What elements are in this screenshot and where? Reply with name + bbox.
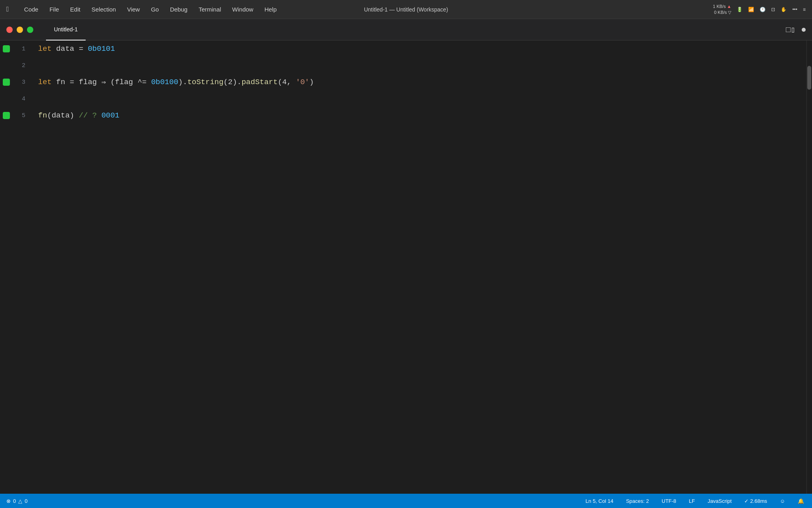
line-number-5: 5 bbox=[13, 112, 32, 119]
line-number-4: 4 bbox=[13, 96, 32, 102]
token-arg-open: (4, bbox=[278, 78, 296, 87]
battery-icon: 🔋 bbox=[737, 7, 743, 12]
token-let-1: let bbox=[38, 44, 52, 53]
statusbar: ⊗ 0 △ 0 Ln 5, Col 14 Spaces: 2 UTF-8 LF … bbox=[0, 494, 812, 508]
token-data-arg: data bbox=[52, 111, 70, 120]
window-title: Untitled-1 — Untitled (Workspace) bbox=[364, 6, 448, 13]
breakpoint-3[interactable] bbox=[0, 79, 13, 86]
warning-icon: △ bbox=[18, 498, 22, 504]
code-line-4 bbox=[38, 90, 800, 107]
token-zero-str: '0' bbox=[296, 78, 309, 87]
editor[interactable]: 1 2 3 4 5 let data bbox=[0, 40, 812, 494]
gutter-row-3: 3 bbox=[0, 74, 32, 90]
status-bell-icon[interactable]: 🔔 bbox=[796, 498, 806, 504]
gutter-row-2: 2 bbox=[0, 57, 32, 74]
menu-help[interactable]: Help bbox=[259, 0, 282, 19]
token-fn-close: ) bbox=[70, 111, 74, 120]
status-spaces[interactable]: Spaces: 2 bbox=[624, 498, 651, 504]
tabbar: Untitled-1 □▯ bbox=[0, 19, 812, 40]
scrollbar-track[interactable] bbox=[806, 40, 812, 494]
breakpoint-1[interactable] bbox=[0, 45, 13, 52]
breakpoint-dot-5 bbox=[3, 112, 10, 119]
token-flag-2: flag bbox=[115, 78, 138, 87]
code-line-3: let fn = flag ⇒ ( flag ^= 0b0100 ). toSt… bbox=[38, 74, 800, 90]
menu-window[interactable]: Window bbox=[227, 0, 259, 19]
breakpoint-dot-1 bbox=[3, 45, 10, 52]
token-tostring: toString bbox=[187, 78, 223, 87]
menu-edit[interactable]: Edit bbox=[65, 0, 86, 19]
traffic-light-close[interactable] bbox=[6, 27, 13, 33]
token-paren-open: ( bbox=[111, 78, 115, 87]
token-padstart: padStart bbox=[241, 78, 278, 87]
tab-untitled1[interactable]: Untitled-1 bbox=[46, 19, 86, 40]
token-eq-3: = bbox=[70, 78, 79, 87]
menu-code[interactable]: Code bbox=[19, 0, 44, 19]
menu-selection[interactable]: Selection bbox=[86, 0, 122, 19]
token-arrow: ⇒ bbox=[102, 77, 111, 87]
traffic-lights bbox=[6, 27, 33, 33]
token-result: 0001 bbox=[102, 111, 120, 120]
status-eol[interactable]: LF bbox=[688, 498, 697, 504]
token-let-3: let bbox=[38, 78, 52, 87]
token-comment: // ? bbox=[74, 111, 101, 120]
gutter-row-5: 5 bbox=[0, 107, 32, 124]
menu-terminal[interactable]: Terminal bbox=[193, 0, 227, 19]
error-count: 0 bbox=[13, 498, 16, 504]
wifi-icon: 📶 bbox=[748, 7, 754, 12]
status-left: ⊗ 0 △ 0 bbox=[6, 498, 27, 504]
net-down: 0 KB/s ▽ bbox=[714, 10, 731, 15]
status-encoding[interactable]: UTF-8 bbox=[660, 498, 678, 504]
status-timing[interactable]: ✓ 2.68ms bbox=[743, 498, 768, 504]
menu-go[interactable]: Go bbox=[146, 0, 165, 19]
warning-count: 0 bbox=[25, 498, 27, 504]
status-errors[interactable]: ⊗ 0 △ 0 bbox=[6, 498, 27, 504]
code-area[interactable]: let data = 0b0101 let fn = flag ⇒ ( flag… bbox=[32, 40, 806, 494]
menu-view[interactable]: View bbox=[121, 0, 145, 19]
gutter-row-4: 4 bbox=[0, 90, 32, 107]
breakpoint-dot-3 bbox=[3, 79, 10, 86]
line-number-2: 2 bbox=[13, 62, 32, 69]
token-eq-1: = bbox=[79, 44, 88, 53]
tabbar-right: □▯ bbox=[786, 25, 806, 35]
token-0b0100: 0b0100 bbox=[151, 78, 178, 87]
traffic-light-maximize[interactable] bbox=[27, 27, 33, 33]
gutter-row-1: 1 bbox=[0, 40, 32, 57]
code-line-2 bbox=[38, 57, 800, 74]
clock-icon: 🕐 bbox=[760, 7, 766, 12]
menu-file[interactable]: File bbox=[44, 0, 65, 19]
menu-items: Code File Edit Selection View Go Debug T… bbox=[19, 0, 282, 19]
touch-icon: ✋ bbox=[781, 7, 787, 12]
traffic-light-minimize[interactable] bbox=[17, 27, 23, 33]
dirty-indicator bbox=[802, 28, 806, 32]
status-smiley-icon[interactable]: ☺ bbox=[778, 498, 787, 504]
more-icon: ••• bbox=[792, 7, 797, 12]
menubar-right: 1 KB/s ▲ 0 KB/s ▽ 🔋 📶 🕐 ⊡ ✋ ••• ≡ bbox=[713, 4, 806, 15]
code-line-5: fn ( data ) // ? 0001 bbox=[38, 107, 800, 124]
split-editor-icon[interactable]: □▯ bbox=[786, 25, 795, 35]
token-paren-close-dot: ). bbox=[178, 78, 188, 87]
menubar:  Code File Edit Selection View Go Debug… bbox=[0, 0, 812, 19]
scrollbar-thumb[interactable] bbox=[807, 66, 811, 90]
token-fn-arg: ( bbox=[47, 111, 52, 120]
breakpoint-5[interactable] bbox=[0, 112, 13, 119]
status-right: Ln 5, Col 14 Spaces: 2 UTF-8 LF JavaScri… bbox=[584, 498, 806, 504]
error-icon: ⊗ bbox=[6, 498, 11, 504]
menu-debug[interactable]: Debug bbox=[165, 0, 193, 19]
net-stats: 1 KB/s ▲ 0 KB/s ▽ bbox=[713, 4, 731, 15]
net-up: 1 KB/s ▲ bbox=[713, 4, 731, 9]
gutter: 1 2 3 4 5 bbox=[0, 40, 32, 494]
line-number-1: 1 bbox=[13, 46, 32, 52]
token-xoreq: ^= bbox=[138, 78, 151, 87]
status-ln-col[interactable]: Ln 5, Col 14 bbox=[584, 498, 615, 504]
list-icon: ≡ bbox=[803, 7, 806, 12]
token-data: data bbox=[52, 44, 79, 53]
code-line-1: let data = 0b0101 bbox=[38, 40, 800, 57]
status-language[interactable]: JavaScript bbox=[706, 498, 733, 504]
token-fn-call: fn bbox=[38, 111, 47, 120]
token-arg-2-dot: (2). bbox=[224, 78, 242, 87]
token-arg-close: ) bbox=[309, 78, 314, 87]
token-flag-1: flag bbox=[79, 78, 102, 87]
token-0b0101: 0b0101 bbox=[88, 44, 115, 53]
apple-icon[interactable]:  bbox=[6, 6, 11, 13]
token-fn: fn bbox=[52, 78, 70, 87]
